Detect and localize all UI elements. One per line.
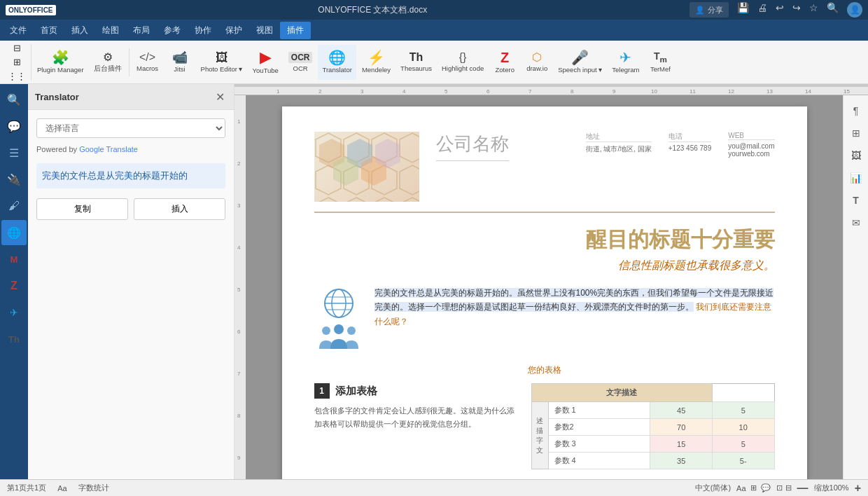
window-controls[interactable]: 👤 分享 💾 🖨 ↩ ↪ ☆ 🔍 👤: [690, 2, 862, 18]
zoom-out-btn[interactable]: —: [797, 482, 808, 495]
menu-layout[interactable]: 布局: [126, 22, 157, 39]
termef-btn[interactable]: Tm TerMef: [645, 45, 676, 80]
paragraph-marks-btn[interactable]: ¶: [846, 101, 866, 120]
telegram-btn[interactable]: ✈ Telegram: [608, 45, 643, 80]
image-settings-btn[interactable]: 🖼: [846, 146, 866, 165]
youtube-btn[interactable]: ▶ YouTube: [248, 45, 282, 80]
panel-title: Translator: [35, 92, 79, 102]
table-row: 参数 3 15 5: [531, 436, 774, 453]
sidebar-icon-comment[interactable]: 💬: [1, 113, 27, 139]
zoom-in-btn[interactable]: +: [855, 482, 861, 495]
menu-insert[interactable]: 插入: [64, 22, 95, 39]
page-count[interactable]: 第1页共1页: [7, 483, 46, 493]
language-indicator[interactable]: 中文(简体): [695, 483, 731, 493]
svg-text:11: 11: [690, 88, 696, 95]
menu-file[interactable]: 文件: [3, 22, 34, 39]
favorite-button[interactable]: ☆: [809, 2, 818, 18]
zoom-level[interactable]: 缩放100%: [814, 483, 849, 493]
fit-width-btn[interactable]: ⊟: [785, 483, 792, 492]
photo-editor-btn[interactable]: 🖼 Photo Editor ▾: [197, 45, 247, 80]
section1-title: 添加表格: [335, 385, 377, 398]
svg-text:4: 4: [237, 244, 241, 251]
svg-text:10: 10: [651, 88, 657, 95]
mail-settings-btn[interactable]: ✉: [846, 213, 866, 233]
translator-btn[interactable]: 🌐 Translator: [318, 45, 356, 80]
address-col: 地址 街道, 城市/地区, 国家: [586, 132, 652, 158]
spell-check[interactable]: Aa: [57, 484, 66, 492]
drawio-btn[interactable]: ⬡ draw.io: [522, 45, 552, 80]
fit-page-btn[interactable]: ⊡: [776, 483, 783, 492]
save-button[interactable]: 💾: [737, 2, 749, 18]
menu-view[interactable]: 视图: [249, 22, 280, 39]
paste-btn[interactable]: ⊞: [11, 55, 23, 69]
table-val4-2: 5-: [712, 453, 774, 469]
backstage-btn[interactable]: ⚙ 后台插件: [90, 45, 126, 80]
document-title: ONLYOFFICE 文本文档.docx: [318, 4, 427, 16]
menu-draw[interactable]: 绘图: [95, 22, 126, 39]
language-select[interactable]: 选择语言: [36, 118, 225, 138]
web-col: WEB you@mail.com yourweb.com: [728, 132, 774, 158]
plugin-manager-btn[interactable]: 🧩 Plugin Manager: [33, 45, 88, 80]
share-button[interactable]: 👤 分享: [690, 2, 729, 18]
sidebar-icon-navigator[interactable]: ☰: [1, 140, 27, 165]
menu-reference[interactable]: 参考: [157, 22, 188, 39]
redo-button[interactable]: ↪: [792, 2, 801, 18]
company-name: 公司名称: [436, 132, 509, 156]
spelling-icon[interactable]: Aa: [736, 484, 746, 492]
sidebar-icon-translator[interactable]: 🌐: [1, 220, 27, 245]
ocr-btn[interactable]: OCR OCR: [284, 45, 317, 80]
table-settings-btn[interactable]: ⊞: [846, 123, 866, 143]
macros-btn[interactable]: </> Macros: [132, 45, 163, 80]
table-row: 述描字文 参数 1 45 5: [531, 402, 774, 419]
panel-header: Translator ✕: [28, 84, 234, 110]
status-icons[interactable]: Aa ⊞ 💬: [736, 483, 770, 492]
spell-icon: Aa: [57, 484, 66, 492]
sidebar-icon-paint[interactable]: 🖌: [1, 193, 27, 219]
comment-icon[interactable]: 💬: [761, 483, 771, 492]
menu-protect[interactable]: 保护: [218, 22, 249, 39]
company-header: 公司名称 地址 街道, 城市/地区, 国家 电话 +123 456 789: [314, 132, 775, 213]
copy-format-btn[interactable]: ⊟: [11, 41, 23, 55]
undo-button[interactable]: ↩: [776, 2, 784, 18]
sidebar-icon-search[interactable]: 🔍: [1, 87, 27, 112]
menu-plugins[interactable]: 插件: [280, 22, 311, 39]
mendeley-btn[interactable]: ⚡ Mendeley: [358, 45, 395, 80]
svg-text:5: 5: [444, 88, 448, 95]
highlight-code-btn[interactable]: {} Highlight code: [438, 45, 488, 80]
track-icon[interactable]: ⊞: [750, 483, 757, 492]
sidebar-icon-zotero[interactable]: Z: [1, 273, 27, 298]
copy-btn[interactable]: 复制: [36, 198, 128, 220]
svg-point-42: [347, 326, 356, 335]
svg-point-41: [334, 324, 344, 334]
svg-text:15: 15: [844, 88, 850, 95]
word-count-btn[interactable]: 字数统计: [78, 483, 109, 493]
chart-settings-btn[interactable]: 📊: [846, 168, 866, 188]
powered-by-label: Powered by Google Translate: [36, 145, 225, 153]
doc-subtitle: 信息性副标题也承载很多意义。: [314, 259, 775, 273]
svg-text:9: 9: [612, 88, 616, 95]
thesaurus-btn[interactable]: Th Thesaurus: [396, 45, 436, 80]
zotero-btn[interactable]: Z Zotero: [489, 45, 520, 80]
document-page: 公司名称 地址 街道, 城市/地区, 国家 电话 +123 456 789: [282, 106, 807, 479]
table-val2-1: 70: [650, 419, 713, 436]
panel-close-btn[interactable]: ✕: [213, 90, 227, 104]
translator-panel: Translator ✕ 选择语言 Powered by Google Tran…: [28, 84, 234, 479]
ruler-horizontal: 123 456 789 101112 131415 16: [234, 84, 868, 95]
text-settings-btn[interactable]: T: [846, 191, 866, 210]
jitsi-btn[interactable]: 📹 Jitsi: [164, 45, 195, 80]
sidebar-icon-mendeley[interactable]: M: [1, 247, 27, 272]
menu-collaborate[interactable]: 协作: [188, 22, 218, 39]
insert-btn[interactable]: 插入: [134, 198, 225, 220]
sidebar-icon-telegram[interactable]: ✈: [1, 300, 27, 325]
sidebar-icon-thesaurus[interactable]: Th: [1, 326, 27, 352]
format-paint-btn[interactable]: ⋮⋮: [6, 69, 28, 83]
doc-scroll[interactable]: 公司名称 地址 街道, 城市/地区, 国家 电话 +123 456 789: [246, 95, 843, 479]
avatar: 👤: [847, 2, 862, 18]
menu-home[interactable]: 首页: [34, 22, 64, 39]
sidebar-icon-plugins[interactable]: 🔌: [1, 167, 27, 192]
table-param2: 参数2: [548, 419, 650, 436]
speech-input-btn[interactable]: 🎤 Speech input ▾: [554, 45, 606, 80]
search-title-button[interactable]: 🔍: [827, 2, 839, 18]
status-right: 中文(简体) Aa ⊞ 💬 ⊡ ⊟ — 缩放100% +: [695, 482, 861, 495]
print-button[interactable]: 🖨: [757, 2, 767, 18]
